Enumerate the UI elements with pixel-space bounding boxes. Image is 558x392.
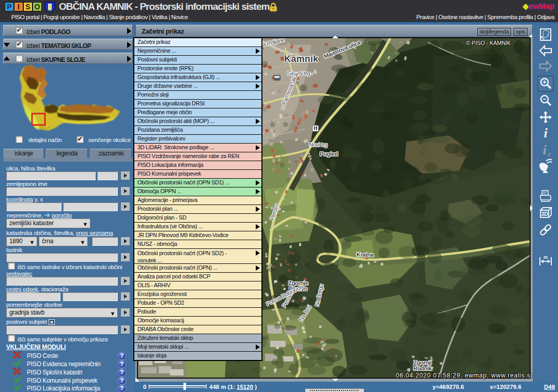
svg-text:i: i xyxy=(542,143,547,156)
svg-text:m: m xyxy=(544,255,548,260)
svg-text:i: i xyxy=(544,126,548,139)
svg-text:3D: 3D xyxy=(541,211,548,217)
svg-text:g: g xyxy=(548,150,551,156)
